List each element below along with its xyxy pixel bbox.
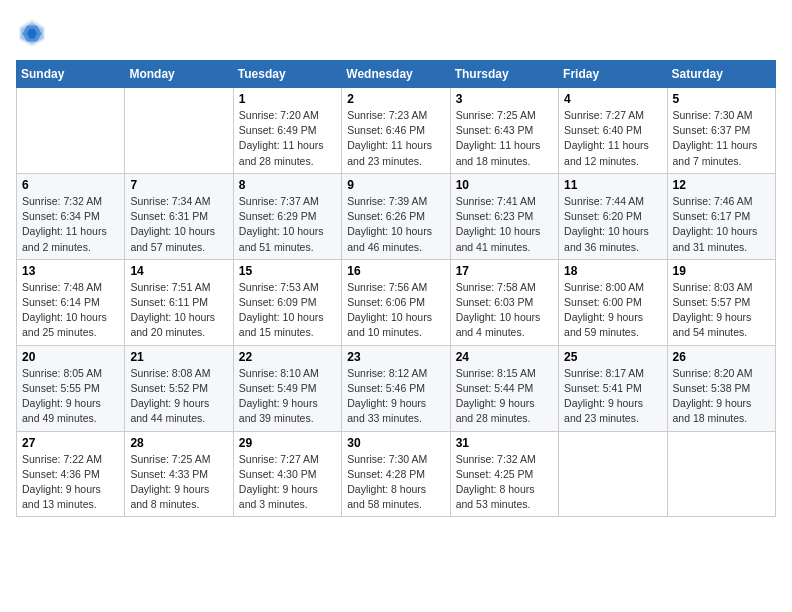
calendar-cell: 12Sunrise: 7:46 AMSunset: 6:17 PMDayligh… (667, 173, 775, 259)
day-info: Sunrise: 8:08 AMSunset: 5:52 PMDaylight:… (130, 366, 227, 427)
day-info: Sunrise: 7:30 AMSunset: 6:37 PMDaylight:… (673, 108, 770, 169)
calendar-cell: 14Sunrise: 7:51 AMSunset: 6:11 PMDayligh… (125, 259, 233, 345)
calendar-cell: 3Sunrise: 7:25 AMSunset: 6:43 PMDaylight… (450, 88, 558, 174)
calendar-week-row: 6Sunrise: 7:32 AMSunset: 6:34 PMDaylight… (17, 173, 776, 259)
day-info: Sunrise: 7:41 AMSunset: 6:23 PMDaylight:… (456, 194, 553, 255)
calendar-cell: 31Sunrise: 7:32 AMSunset: 4:25 PMDayligh… (450, 431, 558, 517)
calendar-cell: 6Sunrise: 7:32 AMSunset: 6:34 PMDaylight… (17, 173, 125, 259)
day-number: 23 (347, 350, 444, 364)
day-number: 14 (130, 264, 227, 278)
calendar-cell: 25Sunrise: 8:17 AMSunset: 5:41 PMDayligh… (559, 345, 667, 431)
day-number: 9 (347, 178, 444, 192)
calendar-cell: 28Sunrise: 7:25 AMSunset: 4:33 PMDayligh… (125, 431, 233, 517)
calendar-cell (559, 431, 667, 517)
day-info: Sunrise: 7:22 AMSunset: 4:36 PMDaylight:… (22, 452, 119, 513)
day-number: 5 (673, 92, 770, 106)
weekday-header: Tuesday (233, 61, 341, 88)
calendar-cell (125, 88, 233, 174)
calendar-cell: 21Sunrise: 8:08 AMSunset: 5:52 PMDayligh… (125, 345, 233, 431)
calendar-cell: 8Sunrise: 7:37 AMSunset: 6:29 PMDaylight… (233, 173, 341, 259)
calendar-cell: 16Sunrise: 7:56 AMSunset: 6:06 PMDayligh… (342, 259, 450, 345)
day-info: Sunrise: 8:03 AMSunset: 5:57 PMDaylight:… (673, 280, 770, 341)
calendar-cell: 27Sunrise: 7:22 AMSunset: 4:36 PMDayligh… (17, 431, 125, 517)
day-info: Sunrise: 7:30 AMSunset: 4:28 PMDaylight:… (347, 452, 444, 513)
day-number: 10 (456, 178, 553, 192)
calendar-cell: 29Sunrise: 7:27 AMSunset: 4:30 PMDayligh… (233, 431, 341, 517)
day-info: Sunrise: 7:53 AMSunset: 6:09 PMDaylight:… (239, 280, 336, 341)
calendar-cell: 4Sunrise: 7:27 AMSunset: 6:40 PMDaylight… (559, 88, 667, 174)
calendar-cell: 13Sunrise: 7:48 AMSunset: 6:14 PMDayligh… (17, 259, 125, 345)
day-info: Sunrise: 7:58 AMSunset: 6:03 PMDaylight:… (456, 280, 553, 341)
day-info: Sunrise: 7:48 AMSunset: 6:14 PMDaylight:… (22, 280, 119, 341)
calendar-cell: 5Sunrise: 7:30 AMSunset: 6:37 PMDaylight… (667, 88, 775, 174)
logo (16, 16, 52, 48)
page-header (16, 16, 776, 48)
day-number: 6 (22, 178, 119, 192)
day-number: 19 (673, 264, 770, 278)
calendar-cell: 20Sunrise: 8:05 AMSunset: 5:55 PMDayligh… (17, 345, 125, 431)
weekday-header: Saturday (667, 61, 775, 88)
day-number: 13 (22, 264, 119, 278)
day-number: 11 (564, 178, 661, 192)
day-number: 25 (564, 350, 661, 364)
day-number: 4 (564, 92, 661, 106)
day-info: Sunrise: 8:05 AMSunset: 5:55 PMDaylight:… (22, 366, 119, 427)
day-number: 29 (239, 436, 336, 450)
day-number: 16 (347, 264, 444, 278)
day-number: 1 (239, 92, 336, 106)
calendar-cell: 1Sunrise: 7:20 AMSunset: 6:49 PMDaylight… (233, 88, 341, 174)
day-info: Sunrise: 7:51 AMSunset: 6:11 PMDaylight:… (130, 280, 227, 341)
calendar-cell: 2Sunrise: 7:23 AMSunset: 6:46 PMDaylight… (342, 88, 450, 174)
day-number: 24 (456, 350, 553, 364)
day-info: Sunrise: 7:25 AMSunset: 4:33 PMDaylight:… (130, 452, 227, 513)
weekday-header: Friday (559, 61, 667, 88)
calendar-cell: 11Sunrise: 7:44 AMSunset: 6:20 PMDayligh… (559, 173, 667, 259)
day-number: 26 (673, 350, 770, 364)
calendar-cell: 26Sunrise: 8:20 AMSunset: 5:38 PMDayligh… (667, 345, 775, 431)
day-number: 30 (347, 436, 444, 450)
day-info: Sunrise: 7:20 AMSunset: 6:49 PMDaylight:… (239, 108, 336, 169)
day-number: 28 (130, 436, 227, 450)
day-info: Sunrise: 8:12 AMSunset: 5:46 PMDaylight:… (347, 366, 444, 427)
weekday-header: Thursday (450, 61, 558, 88)
day-number: 18 (564, 264, 661, 278)
calendar-table: SundayMondayTuesdayWednesdayThursdayFrid… (16, 60, 776, 517)
day-info: Sunrise: 7:23 AMSunset: 6:46 PMDaylight:… (347, 108, 444, 169)
day-info: Sunrise: 8:17 AMSunset: 5:41 PMDaylight:… (564, 366, 661, 427)
day-info: Sunrise: 8:10 AMSunset: 5:49 PMDaylight:… (239, 366, 336, 427)
day-info: Sunrise: 7:34 AMSunset: 6:31 PMDaylight:… (130, 194, 227, 255)
day-info: Sunrise: 8:00 AMSunset: 6:00 PMDaylight:… (564, 280, 661, 341)
day-number: 12 (673, 178, 770, 192)
day-number: 31 (456, 436, 553, 450)
day-info: Sunrise: 7:27 AMSunset: 6:40 PMDaylight:… (564, 108, 661, 169)
calendar-cell: 7Sunrise: 7:34 AMSunset: 6:31 PMDaylight… (125, 173, 233, 259)
calendar-cell: 17Sunrise: 7:58 AMSunset: 6:03 PMDayligh… (450, 259, 558, 345)
weekday-header: Wednesday (342, 61, 450, 88)
calendar-week-row: 20Sunrise: 8:05 AMSunset: 5:55 PMDayligh… (17, 345, 776, 431)
calendar-cell: 30Sunrise: 7:30 AMSunset: 4:28 PMDayligh… (342, 431, 450, 517)
day-number: 3 (456, 92, 553, 106)
calendar-header-row: SundayMondayTuesdayWednesdayThursdayFrid… (17, 61, 776, 88)
day-info: Sunrise: 8:15 AMSunset: 5:44 PMDaylight:… (456, 366, 553, 427)
day-info: Sunrise: 7:37 AMSunset: 6:29 PMDaylight:… (239, 194, 336, 255)
day-number: 21 (130, 350, 227, 364)
weekday-header: Sunday (17, 61, 125, 88)
day-number: 17 (456, 264, 553, 278)
day-number: 27 (22, 436, 119, 450)
calendar-cell: 22Sunrise: 8:10 AMSunset: 5:49 PMDayligh… (233, 345, 341, 431)
day-number: 7 (130, 178, 227, 192)
calendar-cell: 24Sunrise: 8:15 AMSunset: 5:44 PMDayligh… (450, 345, 558, 431)
calendar-week-row: 13Sunrise: 7:48 AMSunset: 6:14 PMDayligh… (17, 259, 776, 345)
day-number: 15 (239, 264, 336, 278)
calendar-cell (667, 431, 775, 517)
day-number: 20 (22, 350, 119, 364)
calendar-cell: 18Sunrise: 8:00 AMSunset: 6:00 PMDayligh… (559, 259, 667, 345)
day-info: Sunrise: 7:32 AMSunset: 6:34 PMDaylight:… (22, 194, 119, 255)
calendar-week-row: 1Sunrise: 7:20 AMSunset: 6:49 PMDaylight… (17, 88, 776, 174)
calendar-week-row: 27Sunrise: 7:22 AMSunset: 4:36 PMDayligh… (17, 431, 776, 517)
day-info: Sunrise: 7:56 AMSunset: 6:06 PMDaylight:… (347, 280, 444, 341)
day-info: Sunrise: 7:39 AMSunset: 6:26 PMDaylight:… (347, 194, 444, 255)
day-info: Sunrise: 7:46 AMSunset: 6:17 PMDaylight:… (673, 194, 770, 255)
day-number: 2 (347, 92, 444, 106)
day-info: Sunrise: 8:20 AMSunset: 5:38 PMDaylight:… (673, 366, 770, 427)
